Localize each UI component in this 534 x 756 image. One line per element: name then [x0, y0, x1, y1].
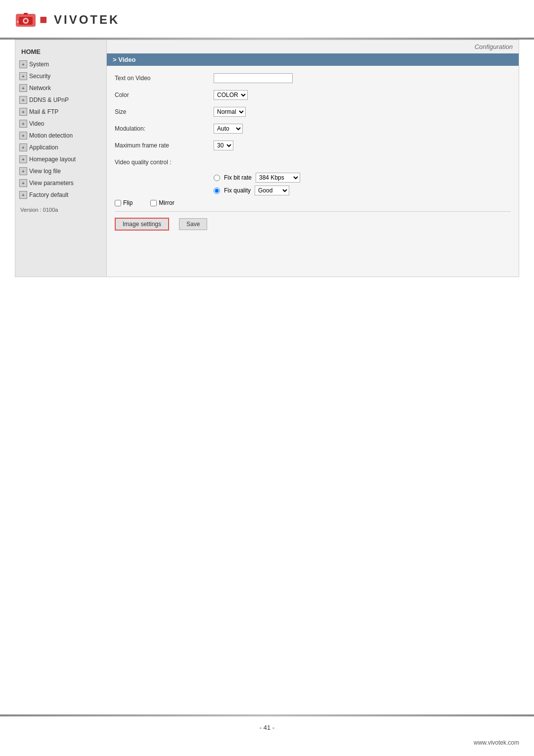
- form-area: Text on Video Color COLOR B&W Size: [107, 66, 519, 238]
- text-on-video-label: Text on Video: [115, 75, 214, 82]
- size-select[interactable]: Normal Large Small: [214, 107, 246, 117]
- svg-rect-4: [24, 13, 28, 15]
- flip-label: Flip: [123, 199, 133, 206]
- content-panel: Configuration > Video Text on Video Colo…: [107, 40, 519, 277]
- bit-rate-select[interactable]: 384 Kbps 512 Kbps 768 Kbps 1024 Kbps 150…: [256, 173, 300, 183]
- image-settings-button[interactable]: Image settings: [115, 218, 169, 231]
- sidebar-item-application[interactable]: + Application: [15, 142, 106, 153]
- sidebar-item-view-log-file[interactable]: + View log file: [15, 165, 106, 177]
- expand-icon-security: +: [19, 72, 27, 80]
- fix-quality-radio-label: Fix quality: [224, 187, 251, 194]
- sidebar-item-view-parameters[interactable]: + View parameters: [15, 177, 106, 189]
- flip-option: Flip: [115, 199, 133, 206]
- fix-quality-radio[interactable]: [214, 188, 220, 194]
- expand-icon-params: +: [19, 179, 27, 187]
- sidebar-label-motion: Motion detection: [29, 132, 73, 139]
- section-title-bar: > Video: [107, 53, 519, 66]
- video-quality-label-row: Video quality control :: [115, 156, 511, 169]
- mirror-option: Mirror: [150, 199, 174, 206]
- config-header: Configuration: [107, 40, 519, 53]
- expand-icon-homepage: +: [19, 155, 27, 163]
- button-row: Image settings Save: [115, 216, 511, 233]
- modulation-control: Auto NTSC PAL: [214, 124, 243, 134]
- sidebar-item-network[interactable]: + Network: [15, 82, 106, 94]
- sidebar-item-motion-detection[interactable]: + Motion detection: [15, 130, 106, 142]
- version-text: Version : 0100a: [15, 201, 106, 219]
- svg-point-5: [17, 21, 19, 23]
- fix-bit-rate-radio-label: Fix bit rate: [224, 174, 252, 181]
- fix-bit-rate-radio[interactable]: [214, 175, 220, 181]
- vivotek-logo-icon: [15, 10, 37, 29]
- expand-icon-network: +: [19, 84, 27, 92]
- expand-icon-motion: +: [19, 132, 27, 140]
- max-frame-rate-row: Maximum frame rate 30 25 20 15 10 5: [115, 139, 511, 152]
- text-on-video-row: Text on Video: [115, 72, 511, 85]
- modulation-label: Modulation:: [115, 125, 214, 132]
- quality-select[interactable]: Good Medium Standard Detailed Excellent: [255, 186, 289, 195]
- max-frame-rate-control: 30 25 20 15 10 5: [214, 141, 233, 150]
- sidebar-item-factory-default[interactable]: + Factory default: [15, 189, 106, 201]
- sidebar-label-params: View parameters: [29, 180, 74, 187]
- save-button[interactable]: Save: [179, 218, 207, 230]
- color-select[interactable]: COLOR B&W: [214, 90, 248, 100]
- sidebar-item-video[interactable]: + Video: [15, 118, 106, 130]
- modulation-select[interactable]: Auto NTSC PAL: [214, 124, 243, 134]
- sidebar-item-system[interactable]: + System: [15, 58, 106, 70]
- button-divider: [115, 211, 511, 212]
- sidebar-label-network: Network: [29, 85, 51, 92]
- sidebar-item-ddns-upnp[interactable]: + DDNS & UPnP: [15, 94, 106, 106]
- video-quality-label: Video quality control :: [115, 159, 214, 166]
- mirror-checkbox[interactable]: [150, 200, 157, 206]
- color-control: COLOR B&W: [214, 90, 248, 100]
- sidebar-label-security: Security: [29, 73, 50, 80]
- max-frame-rate-label: Maximum frame rate: [115, 142, 214, 149]
- fix-quality-row: Fix quality Good Medium Standard Detaile…: [115, 186, 511, 195]
- max-frame-rate-select[interactable]: 30 25 20 15 10 5: [214, 141, 233, 150]
- expand-icon-app: +: [19, 143, 27, 151]
- modulation-row: Modulation: Auto NTSC PAL: [115, 122, 511, 135]
- color-label: Color: [115, 92, 214, 98]
- sidebar: HOME + System + Security + Network + DDN…: [15, 40, 107, 277]
- logo-text: ■ VIVOTEK: [40, 12, 120, 27]
- sidebar-item-security[interactable]: + Security: [15, 70, 106, 82]
- website: www.vivotek.com: [474, 739, 519, 746]
- expand-icon-video: +: [19, 120, 27, 128]
- sidebar-home[interactable]: HOME: [15, 45, 106, 58]
- text-on-video-input[interactable]: [214, 73, 293, 83]
- sidebar-label-mail: Mail & FTP: [29, 108, 58, 115]
- expand-icon-factory: +: [19, 191, 27, 199]
- sidebar-item-homepage-layout[interactable]: + Homepage layout: [15, 153, 106, 165]
- fix-quality-option: Fix quality Good Medium Standard Detaile…: [214, 186, 289, 195]
- sidebar-label-system: System: [29, 61, 49, 68]
- page-number: - 41 -: [0, 724, 534, 731]
- header: ■ VIVOTEK: [0, 0, 534, 34]
- expand-icon-mail: +: [19, 108, 27, 116]
- sidebar-label-app: Application: [29, 144, 58, 151]
- logo: ■ VIVOTEK: [15, 10, 519, 29]
- sidebar-label-video: Video: [29, 120, 44, 127]
- sidebar-label-ddns: DDNS & UPnP: [29, 96, 69, 103]
- mirror-label: Mirror: [159, 199, 174, 206]
- size-label: Size: [115, 108, 214, 115]
- svg-point-3: [24, 19, 27, 22]
- flip-mirror-row: Flip Mirror: [115, 199, 511, 206]
- color-row: Color COLOR B&W: [115, 89, 511, 101]
- sidebar-label-homepage: Homepage layout: [29, 156, 76, 163]
- fix-bit-rate-option: Fix bit rate 384 Kbps 512 Kbps 768 Kbps …: [214, 173, 300, 183]
- expand-icon-log: +: [19, 167, 27, 175]
- size-control: Normal Large Small: [214, 107, 246, 117]
- sidebar-item-mail-ftp[interactable]: + Mail & FTP: [15, 106, 106, 118]
- size-row: Size Normal Large Small: [115, 105, 511, 118]
- sidebar-label-log: View log file: [29, 168, 61, 175]
- text-on-video-control: [214, 73, 293, 83]
- fix-bit-rate-row: Fix bit rate 384 Kbps 512 Kbps 768 Kbps …: [115, 173, 511, 183]
- expand-icon-ddns: +: [19, 96, 27, 104]
- main-container: HOME + System + Security + Network + DDN…: [15, 40, 519, 277]
- bottom-divider: [0, 714, 534, 716]
- flip-checkbox[interactable]: [115, 200, 121, 206]
- sidebar-label-factory: Factory default: [29, 191, 68, 198]
- expand-icon-system: +: [19, 60, 27, 68]
